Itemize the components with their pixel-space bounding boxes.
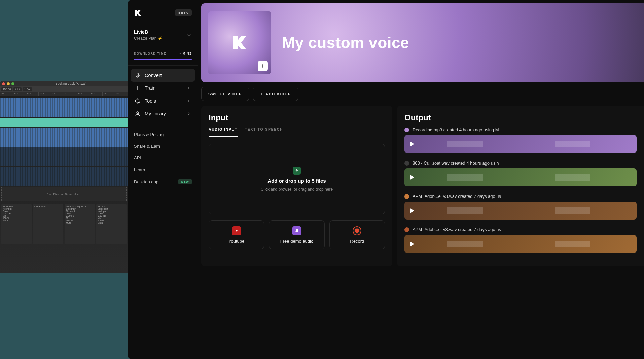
waveform-icon [419, 174, 631, 181]
output-item-header: APM_Adob...e_v3.wav created 7 days ago u… [404, 194, 637, 199]
daw-background: Backing track [Kits.ai] 155.00 4 / 4 1 B… [0, 81, 128, 273]
main-area: My custom voice SWITCH VOICE + ADD VOICE… [198, 0, 644, 359]
daw-track [0, 128, 128, 147]
source-row: YoutubeFree demo audioRecord [209, 220, 385, 249]
link-api[interactable]: API [134, 152, 192, 164]
daw-track [0, 167, 128, 186]
user-switcher[interactable]: LivieB Creator Plan ⚡ [134, 29, 192, 41]
source-label: Youtube [228, 239, 244, 244]
chevron-right-icon [186, 99, 191, 103]
voice-thumbnail [208, 11, 271, 74]
link-label: Desktop app [134, 179, 158, 184]
input-heading: Input [209, 113, 385, 122]
daw-dropzone: Drop Files and Devices Here [1, 187, 127, 201]
daw-toolbar: 155.00 4 / 4 1 Bar [0, 86, 128, 92]
download-label: DOWNLOAD TIME [134, 52, 166, 55]
bolt-icon: ⚡ [158, 36, 163, 41]
output-waveform [404, 135, 637, 153]
play-button[interactable] [410, 141, 414, 147]
link-share-earn[interactable]: Share & Earn [134, 140, 192, 152]
daw-fx-row: SidechainNo InputGain0.00 dBMix100 %Mute… [0, 203, 128, 246]
input-tabs: AUDIO INPUTTEXT-TO-SPEECH [209, 127, 385, 137]
voice-title: My custom voice [282, 34, 409, 52]
nav-item-tools[interactable]: Tools [131, 95, 195, 107]
dropzone-subtitle: Click and browse, or drag and drop here [261, 187, 333, 192]
download-progress-bar [134, 59, 192, 60]
chevron-right-icon [186, 111, 191, 116]
play-button[interactable] [410, 241, 414, 247]
switch-voice-button[interactable]: SWITCH VOICE [201, 87, 249, 101]
traffic-max-icon [11, 82, 14, 85]
link-label: API [134, 155, 141, 160]
daw-timesig: 4 / 4 [13, 87, 22, 91]
chevron-down-icon [186, 32, 192, 38]
svg-point-3 [137, 112, 139, 114]
daw-fx: SidechainNo InputGain0.00 dBMix100 %Mute [1, 204, 32, 244]
daw-tempo: 155.00 [1, 87, 12, 91]
output-item-header: APM_Adob...e_v3.wav created 7 days ago u… [404, 227, 637, 232]
output-item: 808 - Cu...roat.wav created 4 hours ago … [404, 160, 637, 186]
output-item-header: Recording.mp3 created 4 hours ago using … [404, 127, 637, 132]
play-button[interactable] [410, 208, 414, 213]
voice-actions: SWITCH VOICE + ADD VOICE [201, 82, 644, 106]
user-icon [135, 111, 141, 117]
daw-fx: Decapitator [33, 204, 63, 244]
nav-label: Convert [145, 73, 162, 78]
app-window: BETA LivieB Creator Plan ⚡ DOWNLOAD TIME [128, 0, 644, 359]
output-waveform [404, 168, 637, 186]
add-voice-button[interactable]: + ADD VOICE [253, 87, 298, 101]
link-learn[interactable]: Learn [134, 164, 192, 176]
new-badge: NEW [178, 179, 192, 184]
panels-row: Input AUDIO INPUTTEXT-TO-SPEECH Add or d… [201, 106, 644, 266]
play-button[interactable] [410, 175, 414, 180]
link-label: Share & Earn [134, 144, 160, 149]
daw-titlebar: Backing track [Kits.ai] [0, 81, 128, 86]
traffic-min-icon [7, 82, 10, 85]
user-plan: Creator Plan ⚡ [134, 36, 163, 41]
svg-rect-0 [137, 73, 139, 76]
user-section: LivieB Creator Plan ⚡ [128, 24, 198, 46]
output-item-text: APM_Adob...e_v3.wav created 7 days ago u… [413, 227, 501, 232]
plus-icon [135, 85, 141, 91]
primary-nav: ConvertTrainToolsMy library [128, 65, 198, 125]
link-desktop-app[interactable]: Desktop appNEW [134, 176, 192, 188]
nav-item-convert[interactable]: Convert [131, 69, 195, 82]
daw-ruler: 2626.226.326.42727.227.327.42828.2 [0, 92, 128, 96]
nav-item-my-library[interactable]: My library [131, 107, 195, 120]
waveform-icon [419, 207, 631, 214]
voice-color-dot-icon [404, 161, 409, 166]
link-plans-pricing[interactable]: Plans & Pricing [134, 129, 192, 140]
daw-fx: Pro-L 2SidechainNo InputGain0.00 dBMix10… [96, 204, 127, 244]
file-dropzone[interactable]: Add or drop up to 5 files Click and brow… [209, 144, 385, 214]
nav-label: My library [145, 111, 166, 116]
output-item: Recording.mp3 created 4 hours ago using … [404, 127, 637, 153]
demo-icon [292, 226, 301, 235]
voice-logo-icon [231, 34, 248, 51]
daw-bar: 1 Bar [23, 87, 32, 91]
sidebar-header: BETA [128, 0, 198, 24]
source-demo-button[interactable]: Free demo audio [269, 220, 324, 249]
tab-audio-input[interactable]: AUDIO INPUT [209, 127, 238, 137]
daw-track [0, 147, 128, 166]
download-value: ∞ MINS [179, 52, 192, 55]
output-item-text: 808 - Cu...roat.wav created 4 hours ago … [413, 160, 499, 166]
output-item-text: APM_Adob...e_v3.wav created 7 days ago u… [413, 194, 501, 199]
youtube-icon [232, 226, 241, 235]
waveform-icon [419, 241, 631, 247]
output-panel: Output Recording.mp3 created 4 hours ago… [397, 106, 644, 266]
download-section: DOWNLOAD TIME ∞ MINS [128, 46, 198, 65]
tab-text-to-speech[interactable]: TEXT-TO-SPEECH [245, 127, 283, 137]
output-item: APM_Adob...e_v3.wav created 7 days ago u… [404, 194, 637, 220]
spiral-icon [135, 98, 141, 104]
plus-icon: + [260, 91, 263, 97]
daw-fx: Neutron 4 EqualizerSidechainNo InputGain… [65, 204, 95, 244]
nav-label: Tools [145, 98, 156, 104]
source-youtube-button[interactable]: Youtube [209, 220, 264, 249]
source-record-button[interactable]: Record [329, 220, 385, 249]
add-thumbnail-button[interactable] [258, 61, 268, 71]
upload-icon [293, 167, 301, 175]
nav-item-train[interactable]: Train [131, 82, 195, 95]
mic-icon [135, 72, 141, 78]
sidebar: BETA LivieB Creator Plan ⚡ DOWNLOAD TIME [128, 0, 198, 359]
daw-track [0, 98, 128, 117]
